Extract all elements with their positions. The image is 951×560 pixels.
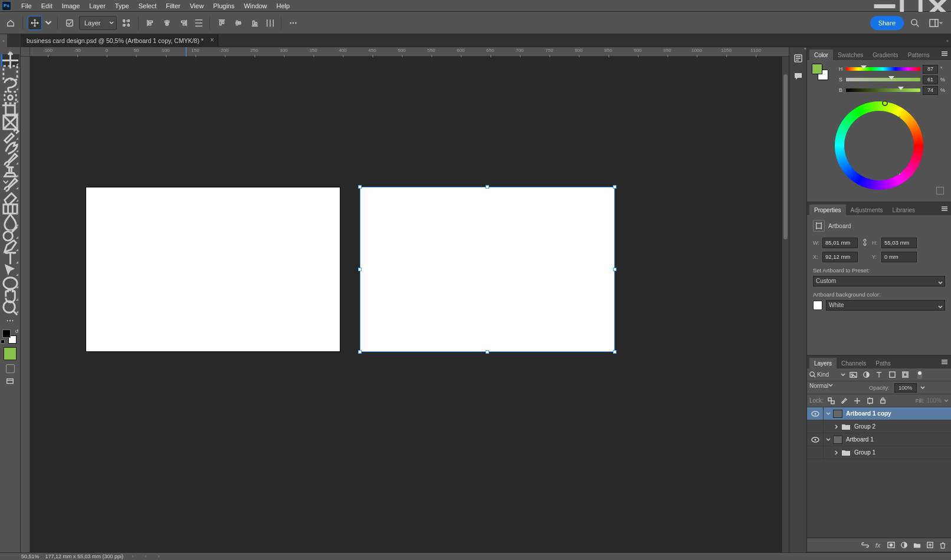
search-button[interactable] — [906, 15, 923, 31]
artboard-1-copy[interactable] — [360, 187, 614, 351]
layer-group-row[interactable]: Group 1 — [807, 446, 951, 459]
x-field[interactable]: 92,12 mm — [822, 252, 858, 262]
lock-position-icon[interactable] — [852, 396, 863, 406]
status-arrow-icon[interactable]: › — [129, 553, 136, 560]
delete-layer-icon[interactable] — [937, 539, 949, 551]
scrollbar-vertical[interactable] — [782, 57, 789, 552]
color-wheel[interactable] — [812, 101, 946, 196]
filter-type-icon[interactable] — [874, 370, 884, 380]
menu-plugins[interactable]: Plugins — [208, 0, 239, 12]
filter-pixel-icon[interactable] — [848, 370, 858, 380]
workspace-switcher-button[interactable] — [927, 15, 944, 31]
visibility-toggle[interactable] — [807, 433, 824, 446]
filter-toggle[interactable] — [917, 371, 922, 379]
brightness-slider[interactable] — [846, 88, 920, 92]
menu-help[interactable]: Help — [272, 0, 295, 12]
visibility-toggle[interactable] — [807, 446, 824, 459]
auto-select-checkbox[interactable] — [63, 16, 77, 30]
menu-image[interactable]: Image — [57, 0, 85, 12]
tab-adjustments[interactable]: Adjustments — [846, 205, 888, 215]
color-swatches[interactable] — [812, 64, 828, 80]
document-canvas[interactable] — [30, 57, 789, 552]
align-vcenter-button[interactable] — [231, 16, 245, 30]
minimize-button[interactable] — [871, 0, 898, 12]
filter-smart-icon[interactable] — [900, 370, 910, 380]
visibility-toggle[interactable] — [807, 407, 824, 420]
collapse-right-icon[interactable]: « — [944, 34, 951, 47]
group-layers-icon[interactable] — [911, 539, 923, 551]
menu-filter[interactable]: Filter — [161, 0, 185, 12]
bri-value[interactable]: 74 — [923, 86, 938, 95]
swap-colors-icon[interactable]: ↺ — [15, 329, 19, 334]
layer-group-row[interactable]: Group 2 — [807, 420, 951, 433]
ruler-horizontal[interactable]: -100-50050100150200250300350400450500550… — [30, 47, 789, 57]
artboard-preset-dropdown[interactable]: Custom — [813, 276, 945, 286]
history-panel-icon[interactable] — [791, 51, 806, 66]
more-color-modes-icon[interactable] — [936, 187, 944, 195]
blend-mode-dropdown[interactable]: Normal — [809, 383, 865, 393]
width-field[interactable]: 85,01 mm — [822, 238, 858, 248]
bg-color-swatch[interactable] — [813, 301, 822, 310]
status-prev-icon[interactable]: ‹ — [142, 553, 149, 560]
current-fill-swatch[interactable] — [4, 347, 17, 360]
tab-patterns[interactable]: Patterns — [903, 50, 934, 60]
tab-paths[interactable]: Paths — [871, 358, 896, 368]
hue-value[interactable]: 87 — [923, 65, 938, 74]
adjustment-layer-icon[interactable] — [898, 539, 910, 551]
panel-menu-icon[interactable] — [940, 357, 949, 367]
share-button[interactable]: Share — [870, 16, 904, 30]
chevron-down-icon[interactable] — [920, 386, 925, 390]
comments-panel-icon[interactable] — [791, 68, 806, 84]
menu-select[interactable]: Select — [134, 0, 162, 12]
screen-mode-button[interactable] — [1, 375, 19, 388]
menu-type[interactable]: Type — [110, 0, 134, 12]
distribute-v-button[interactable] — [264, 16, 276, 30]
hue-slider[interactable] — [846, 67, 920, 71]
filter-shape-icon[interactable] — [887, 370, 897, 380]
collapse-left-icon[interactable]: » — [0, 34, 7, 47]
foreground-color-swatch[interactable] — [2, 330, 11, 338]
panel-menu-icon[interactable] — [940, 49, 949, 58]
height-field[interactable]: 55,03 mm — [881, 238, 917, 248]
doc-dimensions[interactable]: 177,12 mm x 55,03 mm (300 ppi) — [45, 554, 124, 559]
foreground-background-colors[interactable]: ↺ — [1, 330, 19, 344]
tab-layers[interactable]: Layers — [809, 358, 837, 368]
distribute-h-button[interactable] — [193, 16, 205, 30]
disclosure-chevron-icon[interactable] — [832, 424, 841, 429]
more-options-button[interactable] — [286, 16, 300, 30]
default-colors-icon[interactable] — [1, 340, 5, 344]
align-bottom-button[interactable] — [248, 16, 262, 30]
home-button[interactable] — [4, 16, 18, 30]
link-layers-icon[interactable] — [859, 539, 871, 551]
menu-layer[interactable]: Layer — [84, 0, 110, 12]
zoom-tool[interactable] — [1, 302, 19, 314]
tab-swatches[interactable]: Swatches — [833, 50, 868, 60]
menu-window[interactable]: Window — [239, 0, 271, 12]
auto-select-type-dropdown[interactable]: Layer — [79, 16, 117, 30]
canvas-area[interactable]: -100-50050100150200250300350400450500550… — [21, 47, 789, 552]
artboard-bg-dropdown[interactable]: White — [826, 300, 945, 311]
panel-menu-icon[interactable] — [940, 204, 949, 213]
tab-channels[interactable]: Channels — [837, 358, 871, 368]
artboard-1[interactable] — [86, 187, 340, 351]
layer-style-icon[interactable]: fx — [872, 539, 884, 551]
layers-tree[interactable]: Artboard 1 copyGroup 2Artboard 1Group 1 — [807, 407, 951, 538]
tab-libraries[interactable]: Libraries — [888, 205, 920, 215]
zoom-level[interactable]: 50,51% — [21, 554, 40, 559]
lock-pixels-icon[interactable] — [839, 396, 850, 406]
maximize-button[interactable] — [898, 0, 924, 12]
fill-value[interactable]: 100% — [926, 397, 942, 404]
move-tool-icon[interactable] — [28, 16, 42, 30]
visibility-toggle[interactable] — [807, 420, 824, 433]
scrollbar-thumb[interactable] — [783, 74, 788, 239]
sat-value[interactable]: 61 — [923, 75, 938, 84]
tab-gradients[interactable]: Gradients — [868, 50, 903, 60]
lock-all-icon[interactable] — [878, 396, 888, 406]
align-hcenter-button[interactable] — [160, 16, 174, 30]
disclosure-chevron-icon[interactable] — [832, 450, 841, 455]
ruler-vertical[interactable] — [21, 57, 30, 552]
align-left-button[interactable] — [143, 16, 158, 30]
close-button[interactable] — [924, 0, 951, 12]
menu-file[interactable]: File — [17, 0, 37, 12]
new-layer-icon[interactable] — [924, 539, 936, 551]
